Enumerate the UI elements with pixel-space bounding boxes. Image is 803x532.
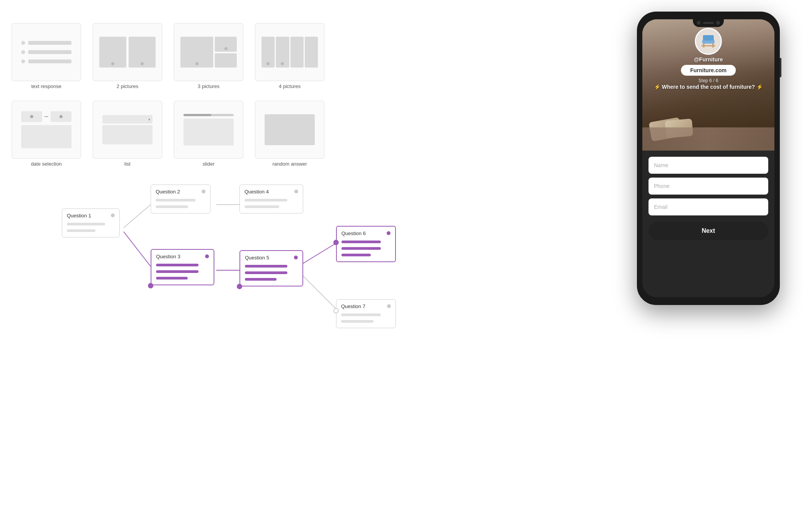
template-row-2: date selection ▾ list slider <box>12 101 324 167</box>
emoji-right: ⚡ <box>756 84 763 90</box>
q4-dot <box>294 190 298 193</box>
app-input-email-label: Email <box>654 204 667 210</box>
q7-left-connector <box>333 308 339 313</box>
svg-line-1 <box>124 232 151 266</box>
app-input-phone-label: Phone <box>654 183 669 189</box>
template-card-list[interactable]: ▾ list <box>93 101 162 167</box>
phone-frame: @Furniture Furniture.com Step 6 / 6 ⚡ Wh… <box>637 12 780 305</box>
flow-node-q7[interactable]: Question 7 <box>336 299 396 328</box>
q7-title: Question 7 <box>341 303 391 309</box>
app-input-name[interactable]: Name <box>649 157 768 174</box>
template-card-2-pictures[interactable]: 2 pictures <box>93 23 162 89</box>
flow-node-q1[interactable]: Question 1 <box>62 208 120 237</box>
emoji-left: ⚡ <box>654 84 660 90</box>
app-website-btn[interactable]: Furniture.com <box>681 65 736 76</box>
q3-title: Question 3 <box>156 254 209 259</box>
phone-container: @Furniture Furniture.com Step 6 / 6 ⚡ Wh… <box>637 12 780 305</box>
q6-dot <box>387 231 390 235</box>
app-hero: @Furniture Furniture.com Step 6 / 6 ⚡ Wh… <box>642 19 774 151</box>
q3-dot <box>205 254 209 258</box>
q7-dot <box>387 304 391 308</box>
app-avatar <box>695 28 722 55</box>
q1-dot <box>111 213 115 217</box>
q1-title: Question 1 <box>67 213 115 219</box>
template-label-text-response: text response <box>12 83 81 89</box>
q2-title: Question 2 <box>156 189 205 195</box>
svg-line-0 <box>124 205 151 228</box>
app-form: Name Phone Email Next <box>642 151 774 297</box>
app-username: @Furniture <box>694 56 723 63</box>
phone-side-button <box>780 58 781 77</box>
template-label-2-pictures: 2 pictures <box>93 83 162 89</box>
phone-camera <box>697 21 701 25</box>
q5-title: Question 5 <box>245 255 298 261</box>
template-card-text-response[interactable]: text response <box>12 23 81 89</box>
app-input-email[interactable]: Email <box>649 198 768 215</box>
phone-screen: @Furniture Furniture.com Step 6 / 6 ⚡ Wh… <box>642 19 774 297</box>
app-question: ⚡ Where to send the cost of furniture? ⚡ <box>646 83 771 91</box>
template-card-3-pictures[interactable]: 3 pictures <box>174 23 243 89</box>
q5-dot <box>294 256 298 259</box>
q5-left-connector <box>237 284 242 289</box>
template-card-random-answer[interactable]: random answer <box>255 101 324 167</box>
flow-node-q3[interactable]: Question 3 <box>151 249 214 285</box>
app-next-label: Next <box>702 227 715 234</box>
q6-title: Question 6 <box>341 230 390 236</box>
template-card-4-pictures[interactable]: 4 pictures <box>255 23 324 89</box>
flow-diagram: Question 1 Question 2 Question 3 Questio… <box>12 166 398 359</box>
flow-node-q2[interactable]: Question 2 <box>151 185 211 213</box>
flow-node-q4[interactable]: Question 4 <box>239 185 303 213</box>
svg-rect-8 <box>703 35 714 41</box>
q3-left-connector <box>148 283 153 288</box>
template-card-slider[interactable]: slider <box>174 101 243 167</box>
template-section: text response 2 pictures <box>12 23 324 167</box>
q4-title: Question 4 <box>244 189 298 195</box>
app-profile-section: @Furniture Furniture.com Step 6 / 6 ⚡ Wh… <box>642 23 774 91</box>
flow-node-q5[interactable]: Question 5 <box>239 250 303 286</box>
svg-line-5 <box>301 274 336 309</box>
phone-speaker <box>703 22 714 24</box>
flow-node-q6[interactable]: Question 6 <box>336 226 396 262</box>
app-step: Step 6 / 6 <box>698 78 718 83</box>
q6-left-connector <box>333 240 339 245</box>
template-card-date-selection[interactable]: date selection <box>12 101 81 167</box>
app-input-phone[interactable]: Phone <box>649 178 768 195</box>
q2-dot <box>202 190 205 193</box>
app-screen: @Furniture Furniture.com Step 6 / 6 ⚡ Wh… <box>642 19 774 297</box>
app-next-button[interactable]: Next <box>649 222 768 240</box>
template-label-4-pictures: 4 pictures <box>255 83 324 89</box>
app-input-name-label: Name <box>654 162 668 168</box>
app-question-text: Where to send the cost of furniture? <box>662 84 755 90</box>
template-label-3-pictures: 3 pictures <box>174 83 243 89</box>
template-row-1: text response 2 pictures <box>12 23 324 89</box>
svg-line-4 <box>301 243 336 264</box>
svg-rect-11 <box>701 45 715 46</box>
phone-notch <box>693 19 724 27</box>
rug <box>642 127 774 151</box>
phone-camera-2 <box>716 21 720 25</box>
